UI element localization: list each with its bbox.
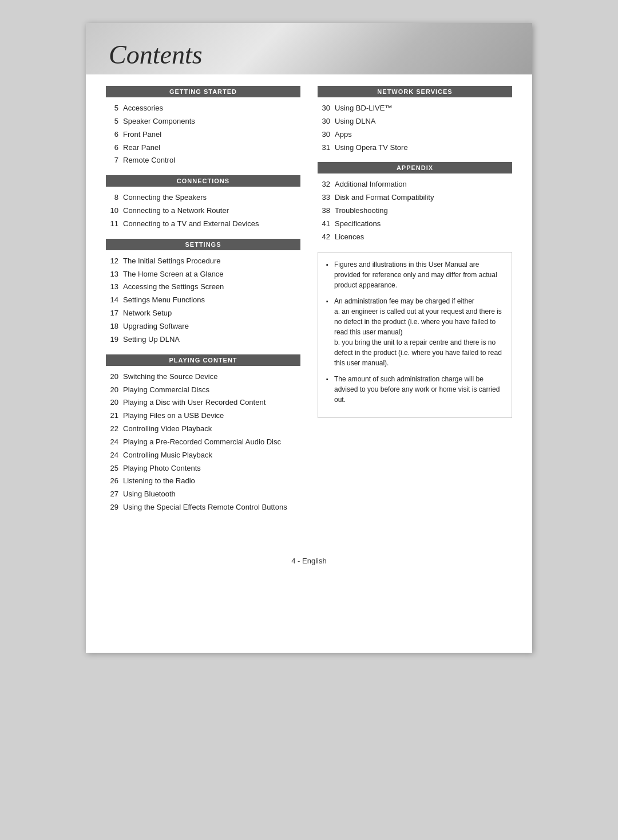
toc-number: 7 — [106, 155, 123, 166]
toc-item: 20 Switching the Source Device — [106, 372, 300, 382]
section-header-getting-started: GETTING STARTED — [106, 86, 300, 97]
toc-number: 20 — [106, 385, 123, 396]
toc-text: Specifications — [335, 219, 381, 230]
toc-number: 22 — [106, 424, 123, 435]
toc-text: Connecting to a Network Router — [123, 206, 229, 216]
toc-text: Speaker Components — [123, 116, 195, 127]
note-item-1: ▪ Figures and illustrations in this User… — [326, 259, 504, 290]
toc-number: 38 — [318, 206, 335, 216]
note-bullet: ▪ — [326, 297, 334, 306]
section-connections: CONNECTIONS 8 Connecting the Speakers 10… — [106, 175, 300, 230]
toc-item: 24 Controlling Music Playback — [106, 450, 300, 461]
toc-text: Playing Files on a USB Device — [123, 411, 224, 421]
toc-item: 30 Using BD-LIVE™ — [318, 103, 512, 114]
note-text: An administration fee may be charged if … — [334, 296, 504, 368]
toc-text: Using Opera TV Store — [335, 143, 408, 153]
toc-text: Apps — [335, 129, 352, 140]
toc-text: The Initial Settings Procedure — [123, 256, 221, 267]
toc-number: 30 — [318, 103, 335, 114]
toc-number: 6 — [106, 143, 123, 153]
toc-item: 30 Using DLNA — [318, 116, 512, 127]
toc-text: Rear Panel — [123, 143, 160, 153]
toc-number: 18 — [106, 321, 123, 332]
toc-item: 12 The Initial Settings Procedure — [106, 256, 300, 267]
section-header-playing-content: PLAYING CONTENT — [106, 354, 300, 366]
toc-number: 14 — [106, 295, 123, 306]
toc-text: Licences — [335, 232, 364, 243]
toc-item: 41 Specifications — [318, 219, 512, 230]
toc-item: 10 Connecting to a Network Router — [106, 206, 300, 216]
toc-number: 8 — [106, 192, 123, 203]
toc-item: 32 Additional Information — [318, 179, 512, 190]
toc-item: 21 Playing Files on a USB Device — [106, 411, 300, 421]
toc-item: 20 Playing Commercial Discs — [106, 385, 300, 396]
toc-text: Disk and Format Compatibility — [335, 192, 434, 203]
toc-item: 5 Accessories — [106, 103, 300, 114]
toc-item: 33 Disk and Format Compatibility — [318, 192, 512, 203]
toc-item: 29 Using the Special Effects Remote Cont… — [106, 502, 300, 513]
page-title: Contents — [109, 40, 203, 70]
content-area: GETTING STARTED 5 Accessories 5 Speaker … — [86, 74, 532, 545]
toc-text: Playing a Pre-Recorded Commercial Audio … — [123, 437, 281, 448]
toc-text: Using Bluetooth — [123, 489, 176, 500]
section-settings: SETTINGS 12 The Initial Settings Procedu… — [106, 239, 300, 345]
toc-item: 26 Listening to the Radio — [106, 476, 300, 487]
note-item-3: ▪ The amount of such administration char… — [326, 374, 504, 405]
note-bullet: ▪ — [326, 374, 334, 384]
toc-item: 18 Upgrading Software — [106, 321, 300, 332]
toc-number: 19 — [106, 334, 123, 345]
toc-text: The Home Screen at a Glance — [123, 269, 224, 280]
toc-item: 19 Setting Up DLNA — [106, 334, 300, 345]
toc-text: Switching the Source Device — [123, 372, 217, 382]
toc-number: 5 — [106, 103, 123, 114]
toc-item: 20 Playing a Disc with User Recorded Con… — [106, 397, 300, 408]
toc-number: 17 — [106, 308, 123, 319]
toc-text: Playing Commercial Discs — [123, 385, 209, 396]
toc-text: Playing a Disc with User Recorded Conten… — [123, 397, 266, 408]
toc-number: 12 — [106, 256, 123, 267]
page-footer: 4 - English — [86, 551, 532, 571]
section-playing-content: PLAYING CONTENT 20 Switching the Source … — [106, 354, 300, 513]
section-header-settings: SETTINGS — [106, 239, 300, 250]
toc-number: 31 — [318, 143, 335, 153]
toc-text: Connecting the Speakers — [123, 192, 207, 203]
toc-number: 5 — [106, 116, 123, 127]
toc-text: Additional Information — [335, 179, 407, 190]
toc-number: 24 — [106, 437, 123, 448]
toc-item: 13 Accessing the Settings Screen — [106, 282, 300, 293]
toc-item: 22 Controlling Video Playback — [106, 424, 300, 435]
page: Contents GETTING STARTED 5 Accessories 5… — [86, 23, 532, 653]
note-text: The amount of such administration charge… — [334, 374, 504, 405]
toc-text: Accessories — [123, 103, 163, 114]
toc-number: 42 — [318, 232, 335, 243]
toc-number: 13 — [106, 282, 123, 293]
toc-text: Settings Menu Functions — [123, 295, 205, 306]
toc-number: 24 — [106, 450, 123, 461]
footer-text: 4 - English — [291, 557, 326, 565]
toc-text: Front Panel — [123, 129, 161, 140]
toc-number: 32 — [318, 179, 335, 190]
section-network-services: NETWORK SERVICES 30 Using BD-LIVE™ 30 Us… — [318, 86, 512, 153]
toc-item: 30 Apps — [318, 129, 512, 140]
toc-item: 17 Network Setup — [106, 308, 300, 319]
toc-number: 41 — [318, 219, 335, 230]
toc-text: Controlling Video Playback — [123, 424, 212, 435]
toc-number: 25 — [106, 463, 123, 474]
toc-text: Listening to the Radio — [123, 476, 195, 487]
toc-item: 38 Troubleshooting — [318, 206, 512, 216]
right-column: NETWORK SERVICES 30 Using BD-LIVE™ 30 Us… — [318, 86, 512, 522]
toc-text: Connecting to a TV and External Devices — [123, 219, 259, 230]
toc-item: 42 Licences — [318, 232, 512, 243]
toc-number: 20 — [106, 372, 123, 382]
toc-text: Using DLNA — [335, 116, 376, 127]
toc-number: 21 — [106, 411, 123, 421]
section-header-connections: CONNECTIONS — [106, 175, 300, 187]
toc-item: 14 Settings Menu Functions — [106, 295, 300, 306]
toc-number: 11 — [106, 219, 123, 230]
toc-item: 27 Using Bluetooth — [106, 489, 300, 500]
toc-text: Remote Control — [123, 155, 175, 166]
toc-number: 33 — [318, 192, 335, 203]
section-header-appendix: APPENDIX — [318, 162, 512, 173]
toc-number: 27 — [106, 489, 123, 500]
toc-item: 8 Connecting the Speakers — [106, 192, 300, 203]
